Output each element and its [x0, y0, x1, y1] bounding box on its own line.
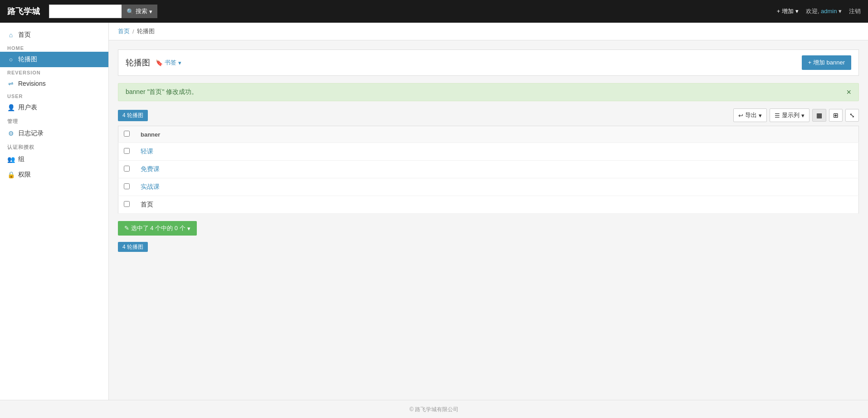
search-input[interactable]: [49, 5, 122, 18]
bookmark-icon: 🔖: [156, 59, 163, 66]
navbar: 路飞学城 🔍 搜索 ▾ + 增加 ▾ 欢迎, admin ▾ 注销: [0, 0, 868, 23]
table-row: 首页: [118, 196, 859, 214]
chevron-down-icon-columns: ▾: [801, 112, 805, 119]
lock-icon: 🔒: [7, 171, 15, 178]
bottom-toolbar: ✎ 选中了 4 个中的 0 个 ▾: [118, 221, 859, 236]
row-name-cell: 实战课: [135, 178, 859, 196]
chevron-down-icon: ▾: [795, 8, 799, 15]
grid-icon: ▦: [816, 112, 822, 119]
table-header-checkbox: [118, 126, 136, 143]
row-checkbox-cell: [118, 196, 136, 214]
columns-icon: ☰: [775, 112, 780, 119]
sidebar: ⌂ 首页 HOME ○ 轮播图 REVERSION ⇌ Revisions US…: [0, 23, 109, 400]
columns-button[interactable]: ☰ 显示列 ▾: [770, 108, 809, 122]
chevron-down-icon-bookmark: ▾: [178, 59, 181, 66]
footer-count: 4 轮播图: [118, 243, 859, 251]
sidebar-item-groups[interactable]: 👥 组: [0, 152, 108, 167]
gear-icon: ⚙: [7, 130, 15, 137]
dropdown-arrow-icon: ▾: [149, 8, 152, 15]
chevron-down-icon-export: ▾: [759, 112, 762, 119]
breadcrumb-current: 轮播图: [137, 27, 155, 35]
navbar-admin-link[interactable]: admin: [821, 8, 837, 15]
table-row: 实战课: [118, 178, 859, 196]
breadcrumb-home[interactable]: 首页: [118, 27, 130, 35]
row-checkbox[interactable]: [124, 166, 130, 172]
alert-close-button[interactable]: ×: [846, 88, 851, 96]
row-name-text: 首页: [141, 201, 153, 208]
copyright: © 路飞学城有限公司: [410, 406, 458, 413]
data-table: banner 轻课免费课实战课首页: [118, 126, 859, 214]
brand: 路飞学城: [7, 6, 40, 17]
navbar-add-button[interactable]: + 增加 ▾: [777, 7, 799, 15]
sidebar-section-user: USER: [0, 91, 108, 100]
page-header: 轮播图 🔖 书签 ▾ + 增加 banner: [118, 49, 859, 76]
sidebar-item-logs[interactable]: ⚙ 日志记录: [0, 126, 108, 141]
sidebar-item-permissions[interactable]: 🔒 权限: [0, 167, 108, 182]
count-badge: 4 轮播图: [118, 110, 148, 121]
groups-icon: 👥: [7, 156, 15, 163]
table-header-name: banner: [135, 126, 859, 143]
list-toolbar: 4 轮播图 ↩ 导出 ▾ ☰ 显示列 ▾ ▦: [118, 108, 859, 122]
expand-icon: ⤡: [849, 112, 855, 119]
add-banner-button[interactable]: + 增加 banner: [802, 55, 851, 70]
view-grid-button[interactable]: ▦: [812, 109, 826, 122]
search-form: 🔍 搜索 ▾: [49, 5, 157, 18]
row-name-link[interactable]: 轻课: [141, 148, 153, 155]
page-footer: © 路飞学城有限公司: [0, 400, 868, 418]
circle-icon: ○: [7, 56, 15, 63]
row-name-cell: 首页: [135, 196, 859, 214]
select-all-checkbox[interactable]: [124, 131, 130, 137]
table-row: 轻课: [118, 143, 859, 161]
action-button[interactable]: ✎ 选中了 4 个中的 0 个 ▾: [118, 221, 197, 236]
sidebar-section-auth: 认证和授权: [0, 141, 108, 152]
reversion-icon: ⇌: [7, 80, 15, 87]
alert-message: banner "首页" 修改成功。: [126, 88, 198, 96]
row-name-link[interactable]: 实战课: [141, 183, 160, 190]
table-row: 免费课: [118, 161, 859, 178]
search-button[interactable]: 🔍 搜索 ▾: [122, 5, 157, 18]
export-button[interactable]: ↩ 导出 ▾: [733, 108, 767, 122]
sidebar-item-home[interactable]: ⌂ 首页: [0, 27, 108, 43]
list-icon: ⊞: [833, 112, 839, 119]
row-name-cell: 轻课: [135, 143, 859, 161]
row-name-link[interactable]: 免费课: [141, 165, 160, 172]
sidebar-item-users[interactable]: 👤 用户表: [0, 100, 108, 115]
logout-button[interactable]: 注销: [849, 7, 861, 15]
user-icon: 👤: [7, 104, 15, 111]
navbar-right: + 增加 ▾ 欢迎, admin ▾ 注销: [777, 7, 861, 15]
chevron-down-icon-admin: ▾: [839, 8, 842, 15]
home-icon: ⌂: [7, 31, 15, 39]
toolbar-right: ↩ 导出 ▾ ☰ 显示列 ▾ ▦ ⊞: [733, 108, 859, 122]
page-title: 轮播图: [126, 57, 150, 68]
alert-success: banner "首页" 修改成功。 ×: [118, 83, 859, 101]
sidebar-section-admin: 管理: [0, 115, 108, 126]
row-checkbox-cell: [118, 178, 136, 196]
content-area: 轮播图 🔖 书签 ▾ + 增加 banner banner "首页" 修改成功。…: [109, 40, 868, 260]
footer-count-badge: 4 轮播图: [118, 242, 148, 252]
bookmark-button[interactable]: 🔖 书签 ▾: [156, 59, 181, 67]
view-expand-button[interactable]: ⤡: [845, 109, 859, 122]
layout: ⌂ 首页 HOME ○ 轮播图 REVERSION ⇌ Revisions US…: [0, 23, 868, 400]
breadcrumb: 首页 / 轮播图: [109, 23, 868, 40]
breadcrumb-separator: /: [132, 28, 134, 35]
chevron-down-icon-action: ▾: [187, 225, 190, 232]
sidebar-item-carousel[interactable]: ○ 轮播图: [0, 52, 108, 67]
row-name-cell: 免费课: [135, 161, 859, 178]
row-checkbox-cell: [118, 143, 136, 161]
sidebar-item-revisions[interactable]: ⇌ Revisions: [0, 76, 108, 91]
search-icon: 🔍: [127, 8, 134, 15]
sidebar-section-reversion: REVERSION: [0, 67, 108, 76]
sidebar-section-home: HOME: [0, 43, 108, 52]
export-icon: ↩: [738, 112, 743, 119]
row-checkbox[interactable]: [124, 183, 130, 189]
navbar-welcome: 欢迎, admin ▾: [806, 7, 842, 15]
row-checkbox-cell: [118, 161, 136, 178]
view-list-button[interactable]: ⊞: [829, 109, 843, 122]
main-content: 首页 / 轮播图 轮播图 🔖 书签 ▾ + 增加 banner banner "…: [109, 23, 868, 400]
row-checkbox[interactable]: [124, 148, 130, 154]
row-checkbox[interactable]: [124, 201, 130, 207]
